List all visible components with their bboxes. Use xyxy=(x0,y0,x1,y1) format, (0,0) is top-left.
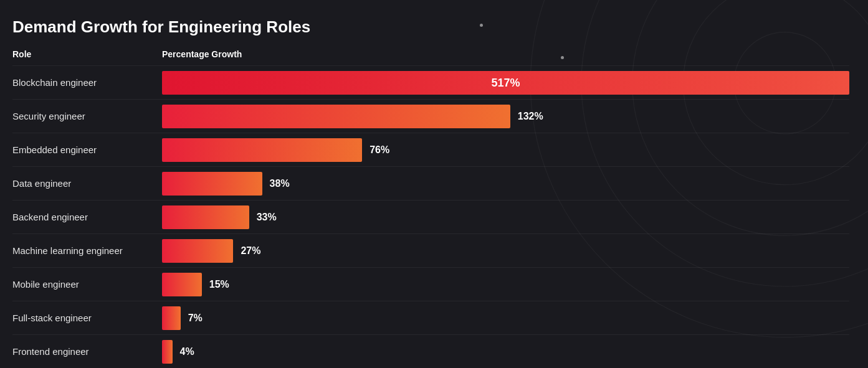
bar xyxy=(162,239,233,263)
bar-label: 38% xyxy=(270,178,290,189)
bar-area: 27% xyxy=(162,239,849,263)
bar xyxy=(162,172,262,196)
bar xyxy=(162,105,510,128)
bar-area: 7% xyxy=(162,306,849,330)
bar-area: 4% xyxy=(162,340,849,364)
chart-title: Demand Growth for Engineering Roles xyxy=(12,17,849,37)
bar xyxy=(162,306,181,330)
bar-label: 27% xyxy=(241,245,260,257)
role-label: Security engineer xyxy=(12,110,162,123)
percentage-column-header: Percentage Growth xyxy=(162,49,242,59)
bar-area: 76% xyxy=(162,138,849,162)
bar-label: 132% xyxy=(518,111,543,122)
chart-container: Demand Growth for Engineering Roles Role… xyxy=(0,0,868,368)
bar-label: 33% xyxy=(257,212,277,223)
role-label: Embedded engineer xyxy=(12,144,162,156)
table-row: Data engineer38% xyxy=(12,166,849,200)
bar-area: 33% xyxy=(162,205,849,229)
table-row: Full-stack engineer7% xyxy=(12,301,849,334)
role-label: Frontend engineer xyxy=(12,346,162,358)
bar-label: 7% xyxy=(188,313,203,324)
bar-label: 15% xyxy=(209,279,229,290)
table-row: Security engineer132% xyxy=(12,99,849,133)
role-label: Blockchain engineer xyxy=(12,77,162,89)
bar-label: 517% xyxy=(162,76,849,89)
table-row: Mobile engineer15% xyxy=(12,267,849,301)
bar xyxy=(162,273,202,296)
table-row: Frontend engineer4% xyxy=(12,334,849,368)
table-row: Embedded engineer76% xyxy=(12,133,849,166)
bar-area: 38% xyxy=(162,172,849,196)
bar xyxy=(162,138,362,162)
role-label: Machine learning engineer xyxy=(12,245,162,257)
bar xyxy=(162,340,173,364)
role-label: Full-stack engineer xyxy=(12,312,162,324)
table-row: Blockchain engineer517% xyxy=(12,65,849,99)
chart-rows: Blockchain engineer517%Security engineer… xyxy=(12,65,849,368)
role-column-header: Role xyxy=(12,49,162,59)
bar-label: 4% xyxy=(180,346,194,357)
bar-area: 15% xyxy=(162,273,849,296)
bar-label: 76% xyxy=(370,144,389,156)
table-row: Backend engineer33% xyxy=(12,200,849,234)
role-label: Mobile engineer xyxy=(12,278,162,291)
role-label: Backend engineer xyxy=(12,211,162,224)
bar-area: 517% xyxy=(162,71,849,95)
bar xyxy=(162,205,249,229)
role-label: Data engineer xyxy=(12,177,162,190)
table-row: Machine learning engineer27% xyxy=(12,234,849,267)
bar-area: 132% xyxy=(162,105,849,128)
table-header: Role Percentage Growth xyxy=(12,49,849,65)
